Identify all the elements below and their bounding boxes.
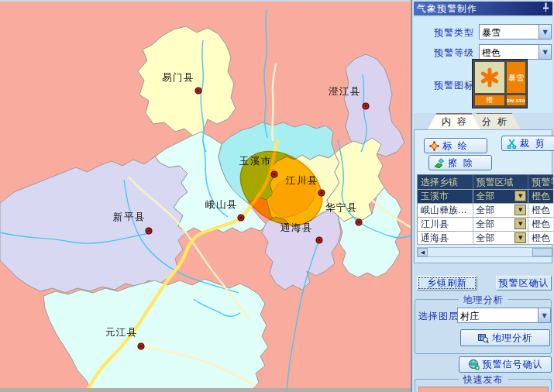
pin-icon[interactable] xyxy=(542,2,549,15)
table-row[interactable]: 通海县 全部 ▼ 橙色 xyxy=(418,231,553,245)
county-label-tonghai: 通海县 xyxy=(280,222,313,233)
layer-select-label: 选择图层 xyxy=(418,310,459,323)
scrollbar-thumb[interactable] xyxy=(532,248,552,256)
county-label-jiangchuan: 江川县 xyxy=(286,174,318,186)
chevron-down-icon[interactable]: ▼ xyxy=(514,232,526,243)
analysis-panel: 标 绘 裁 剪 擦 除 选择乡镇 预警区域 xyxy=(414,129,552,263)
warning-level-select[interactable]: 橙色 ▼ xyxy=(479,44,552,60)
window-bottom-border xyxy=(0,388,411,392)
col-header-level: 预警等级 xyxy=(528,175,553,189)
warning-icon-label: 预警图标 xyxy=(434,79,474,92)
quick-publish-group: 快速发布 xyxy=(415,379,552,392)
warning-type-select[interactable]: 暴雪 ▼ xyxy=(479,24,552,40)
table-magnifier-icon xyxy=(478,333,489,343)
warning-area-confirm-button[interactable]: 预警区确认 xyxy=(496,276,552,291)
geo-group-title: 地理分析 xyxy=(459,294,508,307)
plot-button[interactable]: 标 绘 xyxy=(424,138,487,153)
publish-group-title: 快速发布 xyxy=(459,373,508,387)
geo-analysis-button[interactable]: 地理分析 xyxy=(460,329,550,346)
table-row[interactable]: 玉溪市 全部 ▼ 橙色 xyxy=(418,189,553,203)
county-label-xinping: 新平县 xyxy=(113,211,146,222)
plot-icon xyxy=(429,141,439,151)
panel-title: 气象预警制作 xyxy=(417,2,477,15)
warning-signal-confirm-button[interactable]: 预警信号确认 xyxy=(459,356,552,373)
panel-tabs: 内 容 分 析 xyxy=(428,113,508,129)
globe-icon xyxy=(468,359,480,370)
panel-titlebar[interactable]: 气象预警制作 xyxy=(414,2,552,15)
map-area[interactable]: 易门县 澄江县 玉溪市 江川县 华宁县 峨山县 通海县 新平县 元江县 xyxy=(0,2,411,392)
chevron-down-icon[interactable]: ▼ xyxy=(514,205,526,215)
warning-level-value: 橙色 xyxy=(480,45,539,59)
snowflake-icon xyxy=(475,62,504,93)
geo-analysis-group: 地理分析 选择图层 村庄 ▼ 地理分析 xyxy=(415,299,552,354)
chevron-down-icon[interactable]: ▼ xyxy=(514,191,526,201)
tab-content[interactable]: 内 容 xyxy=(428,113,480,129)
township-table: 选择乡镇 预警区域 预警等级 玉溪市 全部 ▼ 橙色 峨山彝族... 全部 ▼ … xyxy=(417,174,553,245)
warning-production-panel: 气象预警制作 预警类型 暴雪 ▼ 预警等级 橙色 ▼ 预警图标 xyxy=(412,0,554,392)
scissors-icon xyxy=(507,139,517,149)
warning-form: 预警类型 暴雪 ▼ 预警等级 橙色 ▼ 预警图标 暴雪 橙 SNOW STORM xyxy=(414,17,552,113)
warning-type-value: 暴雪 xyxy=(480,25,539,39)
table-row[interactable]: 江川县 全部 ▼ 橙色 xyxy=(418,217,553,231)
county-label-yuxi: 玉溪市 xyxy=(239,155,272,167)
chevron-down-icon[interactable]: ▼ xyxy=(539,45,551,59)
erase-button[interactable]: 擦 除 xyxy=(428,155,492,170)
chevron-down-icon[interactable]: ▼ xyxy=(514,218,526,229)
map-svg: 易门县 澄江县 玉溪市 江川县 华宁县 峨山县 通海县 新平县 元江县 xyxy=(0,2,411,392)
crop-button[interactable]: 裁 剪 xyxy=(501,136,554,151)
scroll-left-icon[interactable]: ◀ xyxy=(418,248,428,256)
table-hscrollbar[interactable]: ◀ xyxy=(417,247,553,257)
county-label-chengjiang: 澄江县 xyxy=(329,85,361,97)
layer-select[interactable]: 村庄 ▼ xyxy=(457,308,551,323)
chevron-down-icon[interactable]: ▼ xyxy=(538,308,550,322)
table-header-row: 选择乡镇 预警区域 预警等级 xyxy=(418,174,553,189)
snow-storm-warning-icon: 暴雪 橙 SNOW STORM xyxy=(472,59,528,108)
app-window: 易门县 澄江县 玉溪市 江川县 华宁县 峨山县 通海县 新平县 元江县 气象预警… xyxy=(0,0,554,392)
warning-type-label: 预警类型 xyxy=(434,26,474,40)
county-label-eshan: 峨山县 xyxy=(205,198,238,210)
publish-row[interactable] xyxy=(418,387,549,392)
warning-icon-level: 橙 xyxy=(475,95,504,105)
county-label-yimen: 易门县 xyxy=(162,71,194,83)
table-row[interactable]: 峨山彝族... 全部 ▼ 橙色 xyxy=(418,203,553,217)
county-label-huaning: 华宁县 xyxy=(325,201,358,213)
col-header-town: 选择乡镇 xyxy=(418,175,473,189)
warning-icon-name: 暴雪 xyxy=(507,62,525,93)
county-label-yuanjiang: 元江县 xyxy=(105,326,138,338)
col-header-area: 预警区域 xyxy=(473,175,529,189)
eraser-icon xyxy=(434,158,445,168)
layer-select-value: 村庄 xyxy=(458,308,538,322)
chevron-down-icon[interactable]: ▼ xyxy=(539,25,551,39)
warning-level-label: 预警等级 xyxy=(434,46,474,60)
warning-icon-english: SNOW STORM xyxy=(507,95,525,105)
township-refresh-button[interactable]: 乡镇刷新 xyxy=(417,276,477,291)
